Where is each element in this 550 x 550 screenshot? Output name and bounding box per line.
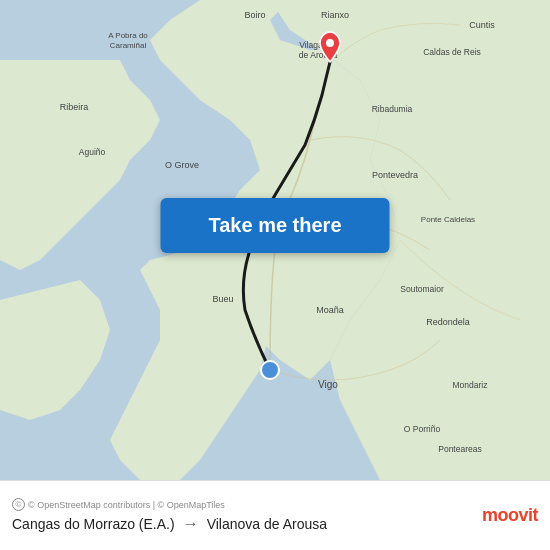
svg-text:Aguiño: Aguiño — [79, 147, 106, 157]
svg-text:Moaña: Moaña — [316, 305, 344, 315]
svg-text:A Pobra do: A Pobra do — [108, 31, 148, 40]
svg-text:Redondela: Redondela — [426, 317, 470, 327]
svg-text:Caramiñal: Caramiñal — [110, 41, 147, 50]
svg-text:Bueu: Bueu — [212, 294, 233, 304]
svg-text:O Grove: O Grove — [165, 160, 199, 170]
copyright-icon: © — [12, 498, 25, 511]
svg-text:Ponteareas: Ponteareas — [438, 444, 481, 454]
origin-label: Cangas do Morrazo (E.A.) — [12, 516, 175, 532]
svg-text:Soutomaior: Soutomaior — [400, 284, 444, 294]
svg-text:Boiro: Boiro — [244, 10, 265, 20]
map-container: Boiro Rianxo Cuntis A Pobra do Caramiñal… — [0, 0, 550, 480]
svg-text:Ribadumia: Ribadumia — [372, 104, 413, 114]
arrow-icon: → — [183, 515, 199, 533]
moovit-text: moovit — [482, 505, 538, 526]
svg-text:O Porriño: O Porriño — [404, 424, 441, 434]
svg-text:Ribeira: Ribeira — [60, 102, 89, 112]
svg-point-29 — [261, 361, 279, 379]
svg-text:Cuntis: Cuntis — [469, 20, 495, 30]
svg-text:Vigo: Vigo — [318, 379, 338, 390]
moovit-logo: moovit — [482, 505, 538, 526]
attribution-text: © OpenStreetMap contributors | © OpenMap… — [28, 500, 225, 510]
bottom-left-info: © © OpenStreetMap contributors | © OpenM… — [12, 498, 327, 533]
take-me-there-button[interactable]: Take me there — [160, 198, 389, 253]
bottom-bar: © © OpenStreetMap contributors | © OpenM… — [0, 480, 550, 550]
destination-label: Vilanova de Arousa — [207, 516, 327, 532]
svg-point-30 — [326, 39, 334, 47]
route-info: Cangas do Morrazo (E.A.) → Vilanova de A… — [12, 515, 327, 533]
svg-text:Rianxo: Rianxo — [321, 10, 349, 20]
svg-text:Pontevedra: Pontevedra — [372, 170, 418, 180]
svg-text:Caldas de Reis: Caldas de Reis — [423, 47, 481, 57]
svg-text:Ponte Caldelas: Ponte Caldelas — [421, 215, 475, 224]
svg-text:Mondariz: Mondariz — [453, 380, 488, 390]
attribution: © © OpenStreetMap contributors | © OpenM… — [12, 498, 327, 511]
